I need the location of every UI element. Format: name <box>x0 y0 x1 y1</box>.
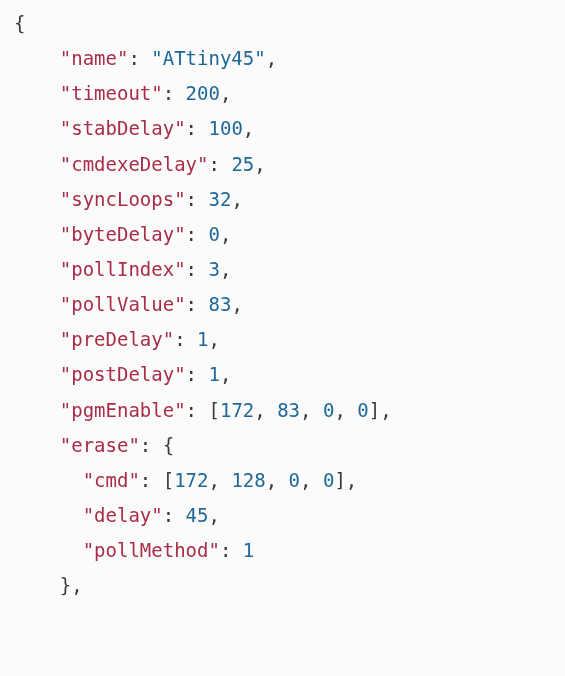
json-value: 0 <box>209 223 220 245</box>
json-array-item: 0 <box>289 469 300 491</box>
json-array-item: 0 <box>323 399 334 421</box>
json-key: "postDelay" <box>60 363 186 385</box>
json-key: "delay" <box>83 504 163 526</box>
json-key: "pollMethod" <box>83 539 220 561</box>
json-value: 1 <box>197 328 208 350</box>
json-value: 32 <box>209 188 232 210</box>
json-value: 1 <box>243 539 254 561</box>
json-key: "timeout" <box>60 82 163 104</box>
json-key: "preDelay" <box>60 328 174 350</box>
json-array-item: 0 <box>323 469 334 491</box>
json-key: "cmd" <box>83 469 140 491</box>
json-value: 25 <box>231 153 254 175</box>
json-array-item: 172 <box>220 399 254 421</box>
json-key: "pollValue" <box>60 293 186 315</box>
json-key: "name" <box>60 47 129 69</box>
json-key: "byteDelay" <box>60 223 186 245</box>
json-key: "pollIndex" <box>60 258 186 280</box>
json-value: 83 <box>209 293 232 315</box>
json-array-item: 172 <box>174 469 208 491</box>
json-value: 3 <box>209 258 220 280</box>
json-key: "syncLoops" <box>60 188 186 210</box>
close-brace: }, <box>60 574 83 596</box>
json-value: 1 <box>209 363 220 385</box>
open-brace: { <box>14 12 25 34</box>
json-array-item: 128 <box>231 469 265 491</box>
json-value: 200 <box>186 82 220 104</box>
json-key: "pgmEnable" <box>60 399 186 421</box>
json-key: "stabDelay" <box>60 117 186 139</box>
json-value: 45 <box>186 504 209 526</box>
json-array-item: 83 <box>277 399 300 421</box>
json-key: "erase" <box>60 434 140 456</box>
json-code-block: { "name": "ATtiny45", "timeout": 200, "s… <box>0 0 565 613</box>
json-value: "ATtiny45" <box>151 47 265 69</box>
json-array-item: 0 <box>357 399 368 421</box>
json-key: "cmdexeDelay" <box>60 153 209 175</box>
json-value: 100 <box>209 117 243 139</box>
